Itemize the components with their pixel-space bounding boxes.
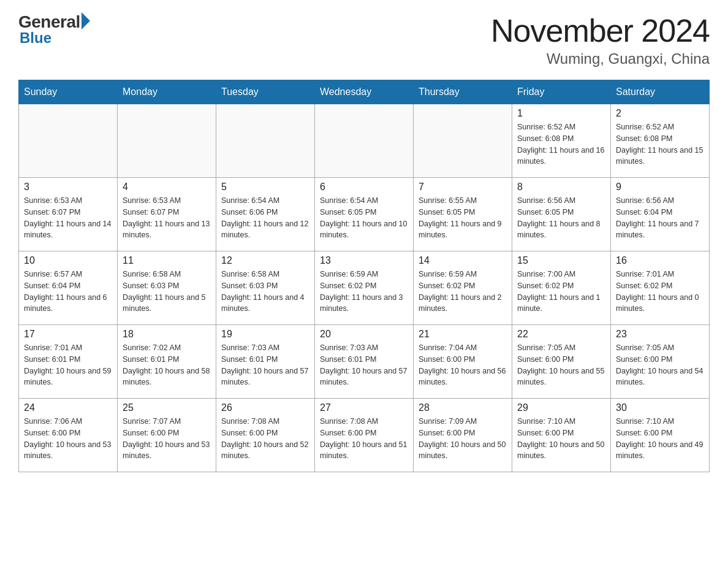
day-info: Sunrise: 6:52 AMSunset: 6:08 PMDaylight:… [517, 121, 605, 167]
day-info: Sunrise: 7:04 AMSunset: 6:00 PMDaylight:… [419, 342, 507, 388]
calendar-table: SundayMondayTuesdayWednesdayThursdayFrid… [18, 80, 710, 472]
calendar-cell: 19Sunrise: 7:03 AMSunset: 6:01 PMDayligh… [216, 325, 315, 399]
day-info: Sunrise: 7:05 AMSunset: 6:00 PMDaylight:… [616, 342, 704, 388]
day-number: 29 [517, 402, 605, 413]
calendar-cell [414, 104, 512, 178]
calendar-cell: 12Sunrise: 6:58 AMSunset: 6:03 PMDayligh… [216, 251, 315, 325]
day-number: 7 [419, 182, 507, 193]
weekday-header-wednesday: Wednesday [315, 80, 414, 104]
page-header: General Blue November 2024 Wuming, Guang… [18, 12, 710, 67]
day-number: 25 [123, 402, 211, 413]
logo-arrow-icon [82, 12, 90, 29]
calendar-cell: 26Sunrise: 7:08 AMSunset: 6:00 PMDayligh… [216, 399, 315, 472]
day-info: Sunrise: 6:56 AMSunset: 6:05 PMDaylight:… [517, 195, 605, 241]
day-number: 15 [517, 255, 605, 266]
day-number: 21 [419, 329, 507, 340]
day-number: 4 [123, 182, 211, 193]
calendar-cell [19, 104, 118, 178]
day-info: Sunrise: 6:59 AMSunset: 6:02 PMDaylight:… [320, 269, 408, 315]
day-info: Sunrise: 7:02 AMSunset: 6:01 PMDaylight:… [123, 342, 211, 388]
calendar-cell: 21Sunrise: 7:04 AMSunset: 6:00 PMDayligh… [414, 325, 512, 399]
weekday-header-thursday: Thursday [414, 80, 512, 104]
calendar-cell: 11Sunrise: 6:58 AMSunset: 6:03 PMDayligh… [118, 251, 216, 325]
calendar-cell: 6Sunrise: 6:54 AMSunset: 6:05 PMDaylight… [315, 178, 414, 251]
calendar-cell [216, 104, 315, 178]
calendar-cell: 1Sunrise: 6:52 AMSunset: 6:08 PMDaylight… [512, 104, 611, 178]
day-info: Sunrise: 7:10 AMSunset: 6:00 PMDaylight:… [517, 416, 605, 462]
day-number: 19 [221, 329, 309, 340]
day-number: 26 [221, 402, 309, 413]
calendar-cell: 8Sunrise: 6:56 AMSunset: 6:05 PMDaylight… [512, 178, 611, 251]
day-info: Sunrise: 7:05 AMSunset: 6:00 PMDaylight:… [517, 342, 605, 388]
calendar-week-5: 24Sunrise: 7:06 AMSunset: 6:00 PMDayligh… [19, 399, 710, 472]
day-number: 24 [24, 402, 112, 413]
day-info: Sunrise: 6:56 AMSunset: 6:04 PMDaylight:… [616, 195, 704, 241]
day-number: 5 [221, 182, 309, 193]
day-info: Sunrise: 7:01 AMSunset: 6:01 PMDaylight:… [24, 342, 112, 388]
calendar-header-row: SundayMondayTuesdayWednesdayThursdayFrid… [19, 80, 710, 104]
day-number: 3 [24, 182, 112, 193]
day-number: 8 [517, 182, 605, 193]
location-title: Wuming, Guangxi, China [491, 50, 710, 67]
day-number: 16 [616, 255, 704, 266]
calendar-cell: 30Sunrise: 7:10 AMSunset: 6:00 PMDayligh… [611, 399, 710, 472]
calendar-cell: 22Sunrise: 7:05 AMSunset: 6:00 PMDayligh… [512, 325, 611, 399]
day-info: Sunrise: 6:58 AMSunset: 6:03 PMDaylight:… [123, 269, 211, 315]
calendar-week-1: 1Sunrise: 6:52 AMSunset: 6:08 PMDaylight… [19, 104, 710, 178]
day-number: 22 [517, 329, 605, 340]
weekday-header-tuesday: Tuesday [216, 80, 315, 104]
day-info: Sunrise: 7:01 AMSunset: 6:02 PMDaylight:… [616, 269, 704, 315]
day-info: Sunrise: 7:06 AMSunset: 6:00 PMDaylight:… [24, 416, 112, 462]
calendar-cell: 15Sunrise: 7:00 AMSunset: 6:02 PMDayligh… [512, 251, 611, 325]
calendar-cell: 29Sunrise: 7:10 AMSunset: 6:00 PMDayligh… [512, 399, 611, 472]
logo-blue-text: Blue [20, 29, 51, 47]
calendar-cell: 7Sunrise: 6:55 AMSunset: 6:05 PMDaylight… [414, 178, 512, 251]
day-number: 1 [517, 108, 605, 119]
day-info: Sunrise: 7:03 AMSunset: 6:01 PMDaylight:… [320, 342, 408, 388]
day-info: Sunrise: 6:55 AMSunset: 6:05 PMDaylight:… [419, 195, 507, 241]
day-number: 20 [320, 329, 408, 340]
calendar-cell: 2Sunrise: 6:52 AMSunset: 6:08 PMDaylight… [611, 104, 710, 178]
day-number: 17 [24, 329, 112, 340]
day-number: 27 [320, 402, 408, 413]
day-number: 30 [616, 402, 704, 413]
day-number: 14 [419, 255, 507, 266]
day-info: Sunrise: 7:09 AMSunset: 6:00 PMDaylight:… [419, 416, 507, 462]
day-number: 6 [320, 182, 408, 193]
calendar-cell: 9Sunrise: 6:56 AMSunset: 6:04 PMDaylight… [611, 178, 710, 251]
calendar-cell: 16Sunrise: 7:01 AMSunset: 6:02 PMDayligh… [611, 251, 710, 325]
day-number: 2 [616, 108, 704, 119]
weekday-header-friday: Friday [512, 80, 611, 104]
month-title: November 2024 [491, 12, 710, 49]
calendar-cell: 14Sunrise: 6:59 AMSunset: 6:02 PMDayligh… [414, 251, 512, 325]
calendar-cell: 23Sunrise: 7:05 AMSunset: 6:00 PMDayligh… [611, 325, 710, 399]
logo: General Blue [18, 12, 90, 47]
day-info: Sunrise: 7:00 AMSunset: 6:02 PMDaylight:… [517, 269, 605, 315]
calendar-cell [315, 104, 414, 178]
day-number: 9 [616, 182, 704, 193]
calendar-cell: 4Sunrise: 6:53 AMSunset: 6:07 PMDaylight… [118, 178, 216, 251]
calendar-cell: 24Sunrise: 7:06 AMSunset: 6:00 PMDayligh… [19, 399, 118, 472]
day-info: Sunrise: 6:58 AMSunset: 6:03 PMDaylight:… [221, 269, 309, 315]
day-number: 13 [320, 255, 408, 266]
weekday-header-sunday: Sunday [19, 80, 118, 104]
calendar-cell: 20Sunrise: 7:03 AMSunset: 6:01 PMDayligh… [315, 325, 414, 399]
calendar-week-3: 10Sunrise: 6:57 AMSunset: 6:04 PMDayligh… [19, 251, 710, 325]
day-info: Sunrise: 6:54 AMSunset: 6:06 PMDaylight:… [221, 195, 309, 241]
calendar-cell: 18Sunrise: 7:02 AMSunset: 6:01 PMDayligh… [118, 325, 216, 399]
calendar-cell [118, 104, 216, 178]
calendar-cell: 3Sunrise: 6:53 AMSunset: 6:07 PMDaylight… [19, 178, 118, 251]
day-number: 12 [221, 255, 309, 266]
calendar-week-4: 17Sunrise: 7:01 AMSunset: 6:01 PMDayligh… [19, 325, 710, 399]
calendar-cell: 17Sunrise: 7:01 AMSunset: 6:01 PMDayligh… [19, 325, 118, 399]
title-area: November 2024 Wuming, Guangxi, China [491, 12, 710, 67]
calendar-week-2: 3Sunrise: 6:53 AMSunset: 6:07 PMDaylight… [19, 178, 710, 251]
day-info: Sunrise: 6:53 AMSunset: 6:07 PMDaylight:… [24, 195, 112, 241]
day-number: 18 [123, 329, 211, 340]
day-info: Sunrise: 7:03 AMSunset: 6:01 PMDaylight:… [221, 342, 309, 388]
day-info: Sunrise: 6:54 AMSunset: 6:05 PMDaylight:… [320, 195, 408, 241]
day-number: 23 [616, 329, 704, 340]
day-info: Sunrise: 7:07 AMSunset: 6:00 PMDaylight:… [123, 416, 211, 462]
day-info: Sunrise: 7:08 AMSunset: 6:00 PMDaylight:… [221, 416, 309, 462]
day-info: Sunrise: 7:10 AMSunset: 6:00 PMDaylight:… [616, 416, 704, 462]
